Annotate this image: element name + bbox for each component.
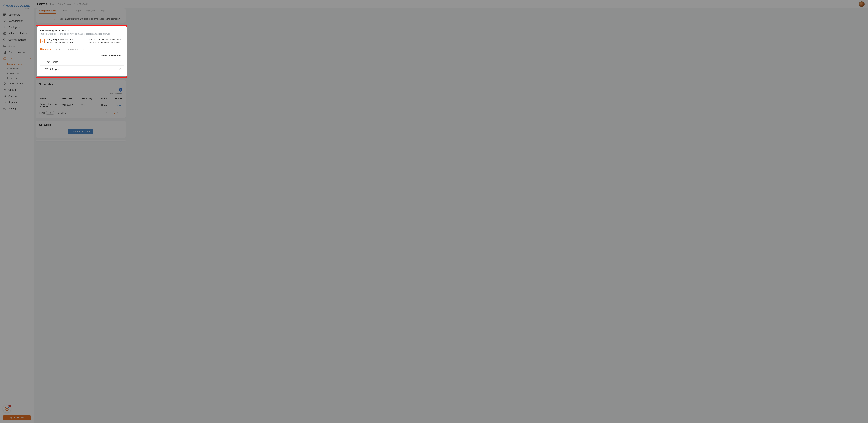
- check-icon: [119, 60, 121, 63]
- share-icon: [3, 94, 6, 98]
- crumb-version[interactable]: Version #1: [79, 3, 88, 5]
- chevron-right-icon: ›: [31, 26, 31, 29]
- forms-subnav: Manage Forms Submissions Create Form For…: [0, 62, 34, 81]
- location-icon: [3, 88, 6, 91]
- col-action: Action: [111, 96, 122, 101]
- company-wide-checkbox[interactable]: [53, 17, 58, 21]
- sidebar-item-badges[interactable]: Custom Badges: [0, 37, 34, 43]
- chevron-down-icon: ⌄: [93, 98, 94, 99]
- sidebar-item-label: Sharing: [8, 95, 17, 97]
- rows-per-page-select[interactable]: 100 ▴▾: [46, 111, 54, 115]
- sidebar-item-management[interactable]: Management ›: [0, 18, 34, 24]
- schedules-table: Name⌄ Start Date⌄ Recurring⌄ Ends Action…: [39, 96, 122, 110]
- page-next-button[interactable]: [117, 112, 119, 114]
- tab-employees[interactable]: Employees: [85, 8, 96, 14]
- col-name[interactable]: Name⌄: [39, 96, 61, 101]
- notify-group-manager-checkbox[interactable]: [40, 38, 45, 43]
- badge-icon: [3, 38, 6, 41]
- tyfoom-button[interactable]: TYFOOM: [3, 415, 31, 420]
- svg-rect-1: [5, 13, 6, 14]
- notify-tab-tags[interactable]: Tags: [82, 47, 87, 52]
- row-actions-button[interactable]: •••: [117, 103, 122, 107]
- page-current: 1: [114, 112, 115, 114]
- notify-group-manager-label: Notify the group manager of the person t…: [46, 38, 81, 44]
- chevron-right-icon: ›: [31, 20, 31, 22]
- sidebar-item-time-tracking[interactable]: Time Tracking ›: [0, 81, 34, 87]
- sidebar-subitem-manage-forms[interactable]: Manage Forms: [7, 62, 34, 66]
- crumb-active[interactable]: Active: [50, 3, 55, 5]
- sidebar-item-settings[interactable]: Settings ›: [0, 105, 34, 112]
- sidebar-item-label: Forms: [8, 57, 15, 60]
- select-all-divisions[interactable]: Select All Divisions: [100, 54, 121, 57]
- gear-icon: [3, 107, 6, 110]
- division-row[interactable]: West Region: [40, 66, 124, 73]
- generate-qr-button[interactable]: Generate QR Code: [68, 129, 93, 134]
- crumb-form-name[interactable]: Safety Engagement...: [58, 3, 76, 5]
- sidebar-item-dashboard[interactable]: Dashboard: [0, 12, 34, 18]
- sidebar-item-alerts[interactable]: Alerts ›: [0, 43, 34, 49]
- sidebar-item-reports[interactable]: Reports ›: [0, 99, 34, 105]
- svg-point-13: [4, 89, 5, 90]
- sidebar-item-label: Reports: [8, 101, 17, 104]
- col-recurring[interactable]: Recurring⌄: [81, 96, 100, 101]
- table-row: Demo Tyfoom Form schedule 2023-04-27 Yes…: [39, 101, 122, 110]
- rows-range: 1 - 1 of 1: [58, 112, 66, 114]
- sidebar-subitem-create-form[interactable]: Create Form: [7, 71, 34, 76]
- help-bubble[interactable]: 4: [3, 405, 11, 413]
- tab-groups[interactable]: Groups: [73, 8, 81, 14]
- tab-company-wide[interactable]: Company Wide: [39, 8, 56, 14]
- sidebar-item-forms[interactable]: Forms ›: [0, 55, 34, 62]
- main-content: Company Wide Divisions Groups Employees …: [34, 8, 868, 423]
- sidebar-item-label: Settings: [8, 107, 17, 110]
- logo: /YOUR LOGO HERE Company: [0, 2, 34, 11]
- chevron-down-icon: ⌄: [46, 98, 48, 99]
- nav: Dashboard Management › Employees › Video…: [0, 11, 34, 423]
- sidebar-item-label: Alerts: [8, 44, 14, 48]
- sidebar-item-employees[interactable]: Employees ›: [0, 24, 34, 30]
- notify-tab-employees[interactable]: Employees: [66, 47, 78, 52]
- col-start-date[interactable]: Start Date⌄: [61, 96, 81, 101]
- avatar[interactable]: [859, 1, 865, 7]
- cell-name: Demo Tyfoom Form schedule: [39, 101, 61, 110]
- division-name: East Region: [45, 61, 58, 63]
- sidebar-subitem-form-types[interactable]: Form Types: [7, 76, 34, 81]
- division-row[interactable]: East Region: [40, 58, 124, 66]
- sidebar-item-videos[interactable]: Videos & Playlists ›: [0, 30, 34, 37]
- chevron-right-icon: ›: [31, 32, 31, 35]
- topbar: Forms Active / Safety Engagement... / Ve…: [34, 0, 868, 8]
- play-icon: [3, 32, 6, 35]
- notify-tab-divisions[interactable]: Divisions: [40, 47, 51, 52]
- sidebar-item-sharing[interactable]: Sharing ›: [0, 93, 34, 99]
- trailing-card: [36, 140, 125, 141]
- chevron-right-icon: ›: [31, 51, 31, 54]
- schedules-title: Schedules: [39, 83, 122, 86]
- add-schedule-button[interactable]: +: [119, 88, 122, 92]
- notify-tab-groups[interactable]: Groups: [55, 47, 62, 52]
- chevron-right-icon: ›: [31, 44, 31, 48]
- notify-tabs: Divisions Groups Employees Tags: [40, 47, 124, 52]
- cell-ends: Never: [100, 101, 111, 110]
- dashboard-icon: [3, 13, 6, 16]
- chevron-right-icon: ›: [31, 107, 31, 110]
- chat-icon: [3, 44, 6, 48]
- svg-point-19: [6, 408, 8, 410]
- page-last-button[interactable]: [120, 112, 122, 114]
- tab-divisions[interactable]: Divisions: [60, 8, 69, 14]
- cell-start: 2023-04-27: [61, 101, 81, 110]
- users-icon: [3, 20, 6, 23]
- page-prev-button[interactable]: [110, 112, 112, 114]
- notify-division-managers-checkbox[interactable]: [83, 38, 87, 43]
- spotlight: Notify Flagged Items to Select which use…: [36, 25, 127, 78]
- tab-tags[interactable]: Tags: [100, 8, 105, 14]
- qr-card: QR Code Generate QR Code: [36, 121, 125, 138]
- sidebar-item-documentation[interactable]: Documentation ›: [0, 49, 34, 55]
- chevron-right-icon: ›: [31, 101, 31, 104]
- chevron-right-icon: ›: [31, 95, 31, 97]
- sidebar-item-onsite[interactable]: On-Site ›: [0, 87, 34, 93]
- page-first-button[interactable]: [106, 112, 108, 114]
- sidebar-item-label: Time Tracking: [8, 82, 24, 85]
- svg-point-17: [4, 108, 5, 109]
- sidebar-subitem-submissions[interactable]: Submissions: [7, 66, 34, 71]
- logo-subtext: Company: [3, 8, 31, 9]
- document-icon: [3, 51, 6, 54]
